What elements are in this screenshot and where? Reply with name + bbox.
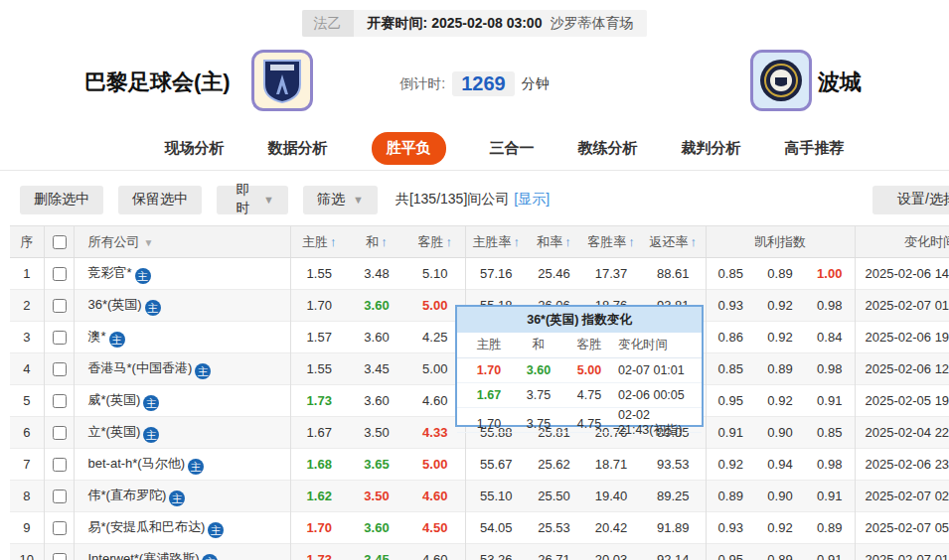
cell-away-rate: 20.42: [581, 512, 641, 544]
company-cell[interactable]: Interwet*(塞浦路斯)主: [74, 544, 290, 560]
row-checkbox[interactable]: [53, 458, 67, 472]
cell-change-time: 2025-02-06 19:22: [855, 322, 949, 353]
cell-kelly-draw: 0.92: [755, 385, 805, 417]
league-badge: 法乙: [302, 10, 354, 37]
cell-draw-odds: 3.50: [348, 417, 405, 449]
company-name: 伟*(直布罗陀): [88, 488, 167, 502]
home-badge-icon[interactable]: 主: [188, 459, 204, 475]
col-company-filter[interactable]: 所有公司▼: [74, 226, 290, 258]
col-return-rate-sort[interactable]: 返还率↑: [641, 226, 706, 258]
analysis-tab-active[interactable]: 胜平负: [372, 132, 446, 165]
company-name: 香港马*(中国香港): [88, 360, 193, 375]
company-cell[interactable]: 香港马*(中国香港)主: [74, 353, 290, 385]
popup-draw-odds: 3.60: [515, 363, 562, 377]
analysis-tab-item[interactable]: 教练分析: [578, 139, 638, 158]
company-cell[interactable]: 立*(英国)主: [74, 417, 290, 449]
keep-selected-button[interactable]: 保留选中: [118, 186, 202, 214]
cell-kelly-away: 0.91: [805, 481, 855, 512]
row-checkbox-cell: [44, 290, 74, 322]
home-badge-icon[interactable]: 主: [195, 363, 211, 379]
row-checkbox-cell: [44, 417, 74, 449]
home-badge-icon[interactable]: 主: [169, 490, 185, 506]
analysis-tab-item[interactable]: 现场分析: [165, 139, 225, 158]
col-away-win-sort[interactable]: 客胜↑: [405, 226, 465, 258]
company-cell[interactable]: 伟*(直布罗陀)主: [74, 481, 290, 512]
analysis-tab-item[interactable]: 裁判分析: [682, 139, 741, 158]
kickoff-time: 开赛时间: 2025-02-08 03:00: [354, 15, 551, 33]
row-index: 10: [10, 544, 44, 560]
cell-kelly-home: 0.95: [706, 385, 755, 417]
settings-button[interactable]: 设置/选择: [872, 186, 949, 214]
col-home-win-sort[interactable]: 主胜↑: [290, 226, 348, 258]
cell-home-odds: 1.62: [290, 481, 348, 512]
col-kelly-index: 凯利指数: [706, 226, 855, 258]
time-mode-dropdown[interactable]: 即时▼: [217, 186, 288, 214]
popup-home-odds: 1.70: [463, 417, 515, 431]
row-checkbox[interactable]: [53, 426, 67, 440]
popup-home-odds: 1.67: [463, 388, 515, 402]
analysis-tab-item[interactable]: 三合一: [490, 139, 535, 158]
popup-history-row: 1.673.754.7502-06 00:05: [457, 383, 702, 408]
col-draw-sort[interactable]: 和↑: [348, 226, 405, 258]
row-index: 5: [10, 385, 44, 417]
cell-draw-odds: 3.60: [348, 290, 405, 322]
analysis-tab-item[interactable]: 高手推荐: [785, 139, 845, 158]
row-checkbox[interactable]: [53, 394, 67, 408]
company-name: 澳*: [88, 329, 106, 344]
select-all-checkbox[interactable]: [53, 235, 67, 249]
company-cell[interactable]: bet-at-h*(马尔他)主: [74, 449, 290, 481]
home-badge-icon[interactable]: 主: [135, 268, 151, 284]
cell-home-rate: 55.10: [465, 481, 527, 512]
analysis-tab-item[interactable]: 数据分析: [268, 139, 328, 158]
row-index: 2: [10, 290, 44, 322]
home-badge-icon[interactable]: 主: [208, 522, 224, 538]
table-toolbar: 删除选中 保留选中 即时▼ 筛选▼ 共[135/135]间公司 [显示] 设置/…: [20, 185, 949, 214]
row-checkbox[interactable]: [53, 362, 67, 376]
cell-home-rate: 57.16: [465, 258, 527, 290]
cell-draw-rate: 26.71: [527, 544, 581, 560]
row-checkbox[interactable]: [53, 331, 67, 345]
company-cell[interactable]: 易*(安提瓜和巴布达)主: [74, 512, 290, 544]
cell-kelly-draw: 0.89: [755, 258, 805, 290]
row-checkbox-cell: [44, 449, 74, 481]
cell-kelly-home: 0.93: [706, 512, 755, 544]
col-away-rate-sort[interactable]: 客胜率↑: [581, 226, 641, 258]
countdown-minutes: 1269: [452, 71, 515, 96]
company-cell[interactable]: 竞彩官*主: [74, 258, 290, 290]
row-checkbox[interactable]: [53, 521, 67, 535]
cell-away-rate: 17.37: [581, 258, 641, 290]
col-change-time-sort[interactable]: 变化时间↑: [855, 226, 949, 258]
home-badge-icon[interactable]: 主: [109, 332, 125, 348]
company-cell[interactable]: 澳*主: [74, 322, 290, 353]
company-cell[interactable]: 36*(英国)主: [74, 290, 290, 322]
row-checkbox-cell: [44, 544, 74, 560]
home-badge-icon[interactable]: 主: [202, 554, 218, 560]
col-draw-rate-sort[interactable]: 和率↑: [527, 226, 581, 258]
show-link[interactable]: [显示]: [514, 191, 550, 209]
col-home-rate-sort[interactable]: 主胜率↑: [465, 226, 527, 258]
cell-kelly-away: 0.98: [805, 353, 855, 385]
company-cell[interactable]: 威*(英国)主: [74, 385, 290, 417]
row-checkbox[interactable]: [53, 553, 67, 560]
home-badge-icon[interactable]: 主: [143, 395, 159, 411]
company-name: 立*(英国): [88, 424, 141, 439]
row-checkbox-cell: [44, 385, 74, 417]
popup-draw-odds: 3.75: [515, 388, 562, 402]
away-team-name: 波城: [818, 68, 862, 97]
filter-dropdown[interactable]: 筛选▼: [303, 186, 378, 214]
delete-selected-button[interactable]: 删除选中: [20, 186, 103, 214]
cell-draw-rate: 25.53: [527, 512, 581, 544]
row-checkbox[interactable]: [53, 490, 67, 503]
row-checkbox[interactable]: [53, 299, 67, 313]
venue-name: 沙罗蒂体育场: [550, 15, 647, 33]
row-index: 4: [10, 353, 44, 385]
company-name: 易*(安提瓜和巴布达): [88, 519, 206, 534]
home-badge-icon[interactable]: 主: [145, 300, 161, 316]
cell-kelly-home: 0.89: [706, 481, 755, 512]
popup-draw-odds: 3.75: [515, 417, 562, 431]
cell-kelly-away: 0.89: [805, 512, 855, 544]
sort-up-icon: ↑: [330, 234, 337, 249]
cell-draw-odds: 3.45: [348, 544, 405, 560]
row-checkbox[interactable]: [53, 267, 67, 281]
home-badge-icon[interactable]: 主: [143, 427, 159, 443]
